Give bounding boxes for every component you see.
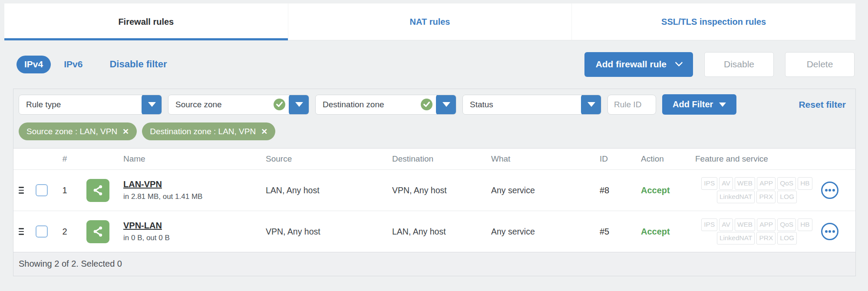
feature-tag: HB	[798, 177, 812, 190]
disable-button[interactable]: Disable	[704, 52, 774, 77]
tab-label: SSL/TLS inspection rules	[661, 17, 766, 27]
status-dropdown[interactable]: Status	[462, 95, 601, 115]
add-firewall-rule-label: Add firewall rule	[596, 59, 667, 69]
table-header-row: # Name Source Destination What ID Action…	[13, 149, 855, 169]
header-feature-and-service: Feature and service	[695, 154, 821, 164]
feature-tag: QoS	[777, 218, 796, 231]
feature-tag: LOG	[777, 232, 797, 245]
header-id: ID	[600, 154, 641, 164]
feature-tag: PRX	[756, 191, 776, 203]
chevron-down-icon[interactable]	[436, 95, 456, 115]
feature-tag: AV	[719, 177, 733, 190]
check-icon	[274, 99, 285, 110]
rule-type-dropdown[interactable]: Rule type	[19, 95, 162, 115]
feature-tag: WEB	[735, 177, 755, 190]
chevron-down-icon[interactable]	[289, 95, 309, 115]
toolbar: IPv4 IPv6 Disable filter Add firewall ru…	[17, 51, 855, 77]
feature-tag: HB	[798, 218, 812, 231]
header-source: Source	[266, 154, 392, 164]
feature-tag: APP	[757, 218, 776, 231]
rule-what: Any service	[491, 227, 600, 237]
destination-zone-dropdown[interactable]: Destination zone	[315, 95, 456, 115]
tab-ssl-tls-inspection-rules[interactable]: SSL/TLS inspection rules	[572, 3, 855, 40]
source-zone-dropdown[interactable]: Source zone	[168, 95, 309, 115]
add-filter-label: Add Filter	[673, 99, 713, 109]
tab-label: Firewall rules	[118, 17, 174, 27]
reset-filter-link[interactable]: Reset filter	[799, 99, 846, 110]
ellipsis-icon[interactable]	[821, 223, 838, 240]
ellipsis-icon[interactable]	[821, 182, 838, 199]
feature-tag: AV	[719, 218, 733, 231]
header-number: #	[52, 154, 78, 164]
toolbar-actions: Add firewall rule Disable Delete	[584, 52, 855, 77]
rule-id: #5	[600, 227, 641, 237]
source-zone-dropdown-label: Source zone	[168, 100, 274, 109]
chevron-down-icon	[675, 59, 683, 66]
feature-tags: IPSAVWEBAPPQoSHB LinkedNATPRXLOG	[695, 218, 821, 245]
filter-row: Rule type Source zone Destination zone S…	[13, 89, 855, 119]
feature-tag: IPS	[701, 177, 717, 190]
delete-button[interactable]: Delete	[785, 52, 855, 77]
chevron-down-icon	[719, 103, 726, 107]
ipv4-toggle[interactable]: IPv4	[17, 56, 51, 73]
feature-tags: IPSAVWEBAPPQoSHB LinkedNATPRXLOG	[695, 177, 821, 204]
tab-label: NAT rules	[410, 17, 450, 27]
row-number: 2	[52, 227, 78, 237]
header-what: What	[491, 154, 600, 164]
rule-traffic: in 2.81 MB, out 1.41 MB	[123, 192, 266, 201]
feature-tag: LOG	[777, 191, 797, 203]
table-row: 2 VPN-LAN in 0 B, out 0 B VPN, Any host …	[13, 211, 855, 252]
add-filter-button[interactable]: Add Filter	[662, 94, 736, 115]
rule-name-link[interactable]: LAN-VPN	[123, 179, 162, 189]
row-checkbox[interactable]	[36, 225, 48, 238]
table-row: 1 LAN-VPN in 2.81 MB, out 1.41 MB LAN, A…	[13, 169, 855, 211]
rule-destination: LAN, Any host	[392, 227, 491, 237]
share-icon	[86, 220, 109, 243]
close-icon[interactable]: ✕	[122, 128, 129, 136]
header-destination: Destination	[392, 154, 491, 164]
check-icon	[421, 99, 432, 110]
row-number: 1	[52, 185, 78, 195]
chevron-down-icon[interactable]	[142, 95, 162, 115]
feature-tag: QoS	[777, 177, 796, 190]
drag-handle-icon[interactable]	[13, 228, 25, 235]
rule-name-link[interactable]: VPN-LAN	[123, 221, 162, 231]
feature-tag: WEB	[735, 218, 755, 231]
status-dropdown-label: Status	[463, 100, 581, 109]
rule-type-dropdown-label: Rule type	[19, 100, 142, 109]
close-icon[interactable]: ✕	[261, 128, 267, 136]
feature-tag: APP	[757, 177, 776, 190]
rule-action: Accept	[641, 227, 695, 237]
rule-id-input[interactable]	[607, 95, 656, 115]
row-checkbox[interactable]	[36, 184, 48, 196]
feature-tag: LinkedNAT	[717, 191, 755, 203]
rule-destination: VPN, Any host	[392, 185, 491, 195]
destination-zone-dropdown-label: Destination zone	[316, 100, 421, 109]
rule-id: #8	[600, 185, 641, 195]
drag-handle-icon[interactable]	[13, 187, 25, 194]
firewall-rules-panel: Rule type Source zone Destination zone S…	[13, 89, 856, 276]
header-action: Action	[641, 154, 695, 164]
tab-firewall-rules[interactable]: Firewall rules	[4, 3, 288, 40]
feature-tag: PRX	[756, 232, 776, 245]
filter-chip-source-zone: Source zone : LAN, VPN ✕	[19, 122, 137, 140]
rule-traffic: in 0 B, out 0 B	[123, 234, 266, 242]
filter-chip-label: Source zone : LAN, VPN	[26, 127, 117, 136]
chevron-down-icon[interactable]	[581, 95, 601, 115]
firewall-rules-table: # Name Source Destination What ID Action…	[13, 148, 855, 252]
feature-tag: LinkedNAT	[717, 232, 755, 245]
rule-source: VPN, Any host	[266, 227, 392, 237]
tab-nat-rules[interactable]: NAT rules	[288, 3, 572, 40]
ipv6-toggle[interactable]: IPv6	[64, 59, 83, 69]
filter-chips-row: Source zone : LAN, VPN ✕ Destination zon…	[13, 119, 855, 148]
feature-tag: IPS	[701, 218, 717, 231]
filter-chip-destination-zone: Destination zone : LAN, VPN ✕	[142, 122, 275, 140]
tab-bar: Firewall rules NAT rules SSL/TLS inspect…	[4, 3, 855, 40]
header-name: Name	[123, 154, 266, 164]
rule-action: Accept	[641, 185, 695, 195]
rule-what: Any service	[491, 185, 600, 195]
filter-chip-label: Destination zone : LAN, VPN	[150, 127, 256, 136]
add-firewall-rule-button[interactable]: Add firewall rule	[584, 52, 693, 77]
disable-filter-link[interactable]: Disable filter	[109, 59, 167, 70]
rule-source: LAN, Any host	[266, 185, 392, 195]
